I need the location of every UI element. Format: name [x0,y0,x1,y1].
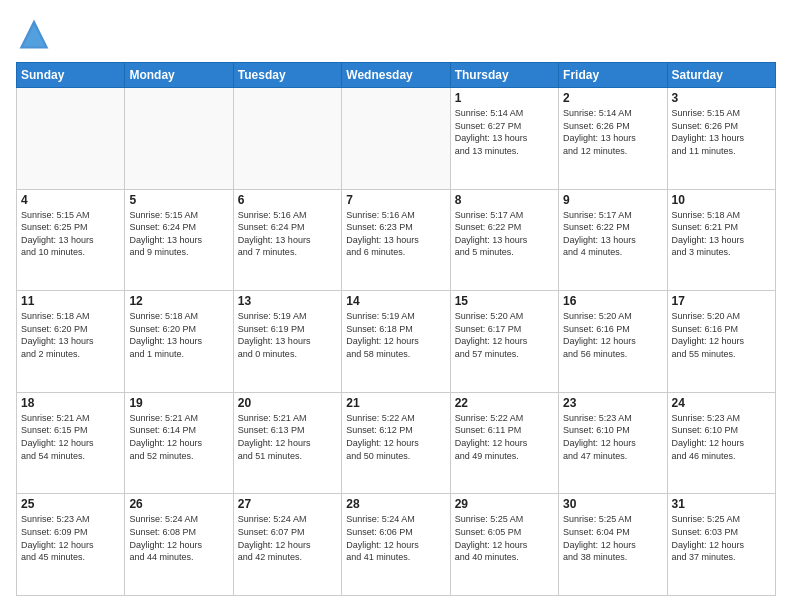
calendar-cell: 27Sunrise: 5:24 AM Sunset: 6:07 PM Dayli… [233,494,341,596]
calendar-header-monday: Monday [125,63,233,88]
day-info: Sunrise: 5:25 AM Sunset: 6:03 PM Dayligh… [672,513,771,563]
calendar-cell: 23Sunrise: 5:23 AM Sunset: 6:10 PM Dayli… [559,392,667,494]
day-info: Sunrise: 5:24 AM Sunset: 6:06 PM Dayligh… [346,513,445,563]
calendar-header-friday: Friday [559,63,667,88]
day-number: 14 [346,294,445,308]
calendar-cell: 16Sunrise: 5:20 AM Sunset: 6:16 PM Dayli… [559,291,667,393]
calendar-cell: 17Sunrise: 5:20 AM Sunset: 6:16 PM Dayli… [667,291,775,393]
calendar: SundayMondayTuesdayWednesdayThursdayFrid… [16,62,776,596]
day-number: 11 [21,294,120,308]
calendar-header-saturday: Saturday [667,63,775,88]
calendar-cell: 8Sunrise: 5:17 AM Sunset: 6:22 PM Daylig… [450,189,558,291]
day-info: Sunrise: 5:20 AM Sunset: 6:17 PM Dayligh… [455,310,554,360]
day-info: Sunrise: 5:22 AM Sunset: 6:11 PM Dayligh… [455,412,554,462]
calendar-header-wednesday: Wednesday [342,63,450,88]
day-info: Sunrise: 5:21 AM Sunset: 6:13 PM Dayligh… [238,412,337,462]
day-info: Sunrise: 5:14 AM Sunset: 6:26 PM Dayligh… [563,107,662,157]
day-info: Sunrise: 5:15 AM Sunset: 6:26 PM Dayligh… [672,107,771,157]
calendar-cell: 24Sunrise: 5:23 AM Sunset: 6:10 PM Dayli… [667,392,775,494]
day-info: Sunrise: 5:18 AM Sunset: 6:21 PM Dayligh… [672,209,771,259]
calendar-cell: 7Sunrise: 5:16 AM Sunset: 6:23 PM Daylig… [342,189,450,291]
calendar-cell: 3Sunrise: 5:15 AM Sunset: 6:26 PM Daylig… [667,88,775,190]
day-number: 15 [455,294,554,308]
calendar-cell: 18Sunrise: 5:21 AM Sunset: 6:15 PM Dayli… [17,392,125,494]
calendar-cell: 4Sunrise: 5:15 AM Sunset: 6:25 PM Daylig… [17,189,125,291]
day-info: Sunrise: 5:24 AM Sunset: 6:07 PM Dayligh… [238,513,337,563]
header [16,16,776,52]
day-number: 10 [672,193,771,207]
calendar-cell: 11Sunrise: 5:18 AM Sunset: 6:20 PM Dayli… [17,291,125,393]
day-number: 30 [563,497,662,511]
day-info: Sunrise: 5:14 AM Sunset: 6:27 PM Dayligh… [455,107,554,157]
calendar-cell: 25Sunrise: 5:23 AM Sunset: 6:09 PM Dayli… [17,494,125,596]
day-info: Sunrise: 5:23 AM Sunset: 6:09 PM Dayligh… [21,513,120,563]
day-info: Sunrise: 5:21 AM Sunset: 6:14 PM Dayligh… [129,412,228,462]
calendar-cell: 2Sunrise: 5:14 AM Sunset: 6:26 PM Daylig… [559,88,667,190]
calendar-cell [125,88,233,190]
day-number: 5 [129,193,228,207]
day-info: Sunrise: 5:20 AM Sunset: 6:16 PM Dayligh… [672,310,771,360]
day-info: Sunrise: 5:17 AM Sunset: 6:22 PM Dayligh… [563,209,662,259]
day-info: Sunrise: 5:19 AM Sunset: 6:18 PM Dayligh… [346,310,445,360]
calendar-cell: 14Sunrise: 5:19 AM Sunset: 6:18 PM Dayli… [342,291,450,393]
day-number: 16 [563,294,662,308]
day-info: Sunrise: 5:23 AM Sunset: 6:10 PM Dayligh… [563,412,662,462]
calendar-week-2: 11Sunrise: 5:18 AM Sunset: 6:20 PM Dayli… [17,291,776,393]
calendar-cell: 6Sunrise: 5:16 AM Sunset: 6:24 PM Daylig… [233,189,341,291]
day-info: Sunrise: 5:16 AM Sunset: 6:24 PM Dayligh… [238,209,337,259]
calendar-cell: 28Sunrise: 5:24 AM Sunset: 6:06 PM Dayli… [342,494,450,596]
day-number: 24 [672,396,771,410]
day-info: Sunrise: 5:23 AM Sunset: 6:10 PM Dayligh… [672,412,771,462]
day-number: 3 [672,91,771,105]
calendar-week-0: 1Sunrise: 5:14 AM Sunset: 6:27 PM Daylig… [17,88,776,190]
calendar-cell: 29Sunrise: 5:25 AM Sunset: 6:05 PM Dayli… [450,494,558,596]
day-info: Sunrise: 5:25 AM Sunset: 6:05 PM Dayligh… [455,513,554,563]
day-number: 20 [238,396,337,410]
day-number: 27 [238,497,337,511]
day-number: 9 [563,193,662,207]
calendar-cell: 22Sunrise: 5:22 AM Sunset: 6:11 PM Dayli… [450,392,558,494]
day-number: 25 [21,497,120,511]
calendar-cell: 12Sunrise: 5:18 AM Sunset: 6:20 PM Dayli… [125,291,233,393]
logo-icon [16,16,52,52]
day-number: 18 [21,396,120,410]
calendar-cell: 21Sunrise: 5:22 AM Sunset: 6:12 PM Dayli… [342,392,450,494]
day-number: 29 [455,497,554,511]
calendar-cell [342,88,450,190]
day-number: 1 [455,91,554,105]
day-number: 13 [238,294,337,308]
calendar-cell: 15Sunrise: 5:20 AM Sunset: 6:17 PM Dayli… [450,291,558,393]
day-info: Sunrise: 5:20 AM Sunset: 6:16 PM Dayligh… [563,310,662,360]
calendar-header-sunday: Sunday [17,63,125,88]
day-number: 6 [238,193,337,207]
logo [16,16,56,52]
calendar-cell: 5Sunrise: 5:15 AM Sunset: 6:24 PM Daylig… [125,189,233,291]
day-number: 26 [129,497,228,511]
day-info: Sunrise: 5:15 AM Sunset: 6:25 PM Dayligh… [21,209,120,259]
day-number: 7 [346,193,445,207]
page: SundayMondayTuesdayWednesdayThursdayFrid… [0,0,792,612]
calendar-cell: 1Sunrise: 5:14 AM Sunset: 6:27 PM Daylig… [450,88,558,190]
calendar-cell: 19Sunrise: 5:21 AM Sunset: 6:14 PM Dayli… [125,392,233,494]
day-info: Sunrise: 5:22 AM Sunset: 6:12 PM Dayligh… [346,412,445,462]
day-info: Sunrise: 5:18 AM Sunset: 6:20 PM Dayligh… [129,310,228,360]
calendar-header-row: SundayMondayTuesdayWednesdayThursdayFrid… [17,63,776,88]
calendar-cell: 20Sunrise: 5:21 AM Sunset: 6:13 PM Dayli… [233,392,341,494]
day-info: Sunrise: 5:17 AM Sunset: 6:22 PM Dayligh… [455,209,554,259]
day-info: Sunrise: 5:16 AM Sunset: 6:23 PM Dayligh… [346,209,445,259]
day-number: 23 [563,396,662,410]
calendar-cell: 10Sunrise: 5:18 AM Sunset: 6:21 PM Dayli… [667,189,775,291]
calendar-cell: 26Sunrise: 5:24 AM Sunset: 6:08 PM Dayli… [125,494,233,596]
calendar-cell: 31Sunrise: 5:25 AM Sunset: 6:03 PM Dayli… [667,494,775,596]
calendar-header-thursday: Thursday [450,63,558,88]
day-number: 28 [346,497,445,511]
day-info: Sunrise: 5:19 AM Sunset: 6:19 PM Dayligh… [238,310,337,360]
day-info: Sunrise: 5:25 AM Sunset: 6:04 PM Dayligh… [563,513,662,563]
calendar-cell: 13Sunrise: 5:19 AM Sunset: 6:19 PM Dayli… [233,291,341,393]
day-info: Sunrise: 5:18 AM Sunset: 6:20 PM Dayligh… [21,310,120,360]
calendar-cell: 30Sunrise: 5:25 AM Sunset: 6:04 PM Dayli… [559,494,667,596]
calendar-week-1: 4Sunrise: 5:15 AM Sunset: 6:25 PM Daylig… [17,189,776,291]
day-number: 4 [21,193,120,207]
calendar-cell [233,88,341,190]
day-number: 21 [346,396,445,410]
